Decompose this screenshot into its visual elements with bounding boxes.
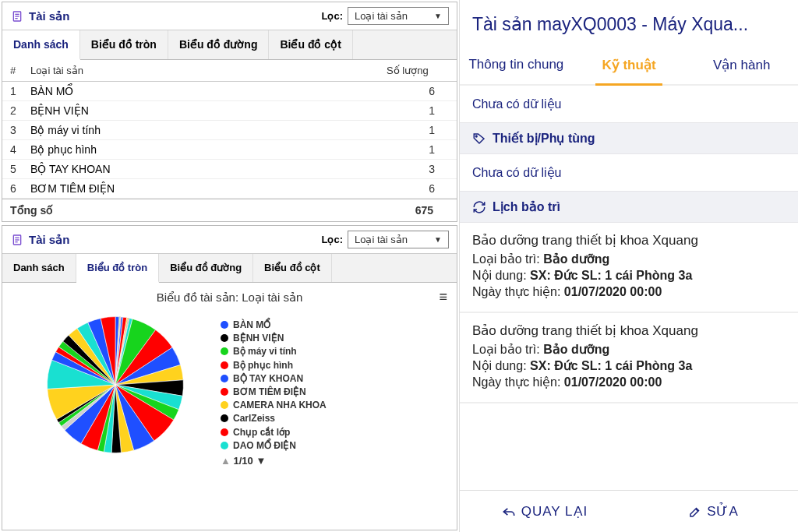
legend-swatch	[221, 375, 228, 382]
legend-swatch	[221, 321, 228, 329]
section-schedule-label: Lịch bảo trì	[493, 199, 560, 214]
maint-type: Loại bảo trì: Bảo dưỡng	[472, 252, 786, 266]
table-row[interactable]: 6BƠM TIÊM ĐIỆN6	[2, 179, 457, 199]
edit-label: SỬA	[707, 503, 739, 520]
tag-icon	[472, 132, 486, 146]
maintenance-list: Bảo dưỡng trang thiết bị khoa XquangLoại…	[460, 223, 798, 403]
pager-prev-icon[interactable]: ▲	[221, 455, 231, 467]
detail-pane: Tài sản mayXQ0003 - Máy Xqua... Thông ti…	[460, 0, 798, 532]
refresh-icon	[472, 200, 486, 214]
maint-date: Ngày thực hiện: 01/07/2020 00:00	[472, 284, 786, 299]
view-tabs: Danh sách Biểu đồ tròn Biểu đồ đường Biể…	[2, 30, 457, 60]
view-tabs: Danh sách Biểu đồ tròn Biểu đồ đường Biể…	[2, 254, 457, 283]
legend-label: Bộ máy vi tính	[233, 345, 297, 358]
filter-dropdown[interactable]: Loại tài sản ▼	[348, 7, 449, 25]
chart-title-row: Biểu đồ tài sản: Loại tài sản ≡	[2, 283, 457, 308]
cell-name: BỆNH VIỆN	[26, 104, 387, 117]
pager-text: 1/10	[234, 455, 253, 467]
tab-pie[interactable]: Biểu đồ tròn	[76, 254, 159, 283]
clipboard-icon	[10, 9, 24, 23]
legend-label: CAMERA NHA KHOA	[233, 399, 327, 411]
tab-general[interactable]: Thông tin chung	[460, 46, 573, 84]
legend-item[interactable]: Chụp cắt lớp	[221, 426, 449, 439]
table-row[interactable]: 3Bộ máy vi tính1	[2, 121, 457, 140]
panel-header: Tài sản Lọc: Loại tài sản ▼	[2, 2, 457, 30]
table-row[interactable]: 2BỆNH VIỆN1	[2, 101, 457, 121]
maint-title: Bảo dưỡng trang thiết bị khoa Xquang	[472, 322, 786, 339]
tab-list[interactable]: Danh sách	[2, 30, 80, 60]
table-row[interactable]: 4Bộ phục hình1	[2, 140, 457, 160]
clipboard-icon	[10, 233, 24, 247]
legend-item[interactable]: BỆNH VIỆN	[221, 332, 449, 344]
detail-header: Tài sản mayXQ0003 - Máy Xqua...	[460, 0, 798, 46]
maint-title: Bảo dưỡng trang thiết bị khoa Xquang	[472, 232, 786, 248]
legend-item[interactable]: BƠM TIÊM ĐIỆN	[221, 386, 449, 398]
legend-item[interactable]: Bộ phục hình	[221, 359, 449, 372]
maintenance-item[interactable]: Bảo dưỡng trang thiết bị khoa XquangLoại…	[460, 223, 798, 313]
tab-bar[interactable]: Biểu đồ cột	[253, 254, 332, 282]
cell-name: BỘ TAY KHOAN	[26, 163, 387, 175]
back-arrow-icon	[501, 504, 517, 520]
legend-item[interactable]: DAO MỔ ĐIỆN	[221, 439, 449, 452]
total-label: Tổng số	[10, 204, 415, 217]
section-schedule[interactable]: Lịch bảo trì	[460, 191, 798, 223]
legend-swatch	[221, 347, 228, 355]
cell-name: BƠM TIÊM ĐIỆN	[26, 182, 387, 195]
cell-index: 6	[2, 182, 26, 195]
legend-label: DAO MỔ ĐIỆN	[233, 439, 296, 452]
cell-index: 1	[2, 85, 26, 97]
legend-item[interactable]: BỘ TAY KHOAN	[221, 372, 449, 385]
filter-label: Lọc:	[322, 234, 344, 245]
legend-label: BỆNH VIỆN	[233, 332, 284, 344]
cell-index: 5	[2, 163, 26, 175]
caret-down-icon: ▼	[434, 12, 442, 20]
section-equipment[interactable]: Thiết bị/Phụ tùng	[460, 122, 798, 154]
legend-swatch	[221, 334, 228, 342]
tab-line[interactable]: Biểu đồ đường	[159, 254, 253, 282]
maint-content: Nội dung: SX: Đức SL: 1 cái Phòng 3a	[472, 358, 786, 373]
cell-name: Bộ phục hình	[26, 143, 387, 156]
filter-dropdown[interactable]: Loại tài sản ▼	[348, 231, 449, 248]
legend-swatch	[221, 388, 228, 396]
panel-title: Tài sản	[29, 233, 322, 247]
legend-swatch	[221, 401, 228, 409]
table-body[interactable]: 1BÀN MỔ62BỆNH VIỆN13Bộ máy vi tính14Bộ p…	[2, 82, 457, 199]
filter-value: Loại tài sản	[355, 10, 408, 22]
table-row[interactable]: 5BỘ TAY KHOAN3	[2, 160, 457, 179]
no-data-text: Chưa có dữ liệu	[460, 86, 798, 122]
tab-line[interactable]: Biểu đồ đường	[168, 30, 270, 59]
tab-bar[interactable]: Biểu đồ cột	[269, 30, 352, 59]
legend-item[interactable]: BÀN MỔ	[221, 319, 449, 331]
detail-title: Tài sản mayXQ0003 - Máy Xqua...	[472, 14, 786, 35]
col-name: Loại tài sản	[26, 65, 387, 76]
tab-technical[interactable]: Kỹ thuật	[573, 46, 686, 84]
cell-index: 4	[2, 143, 26, 156]
tab-pie[interactable]: Biểu đồ tròn	[80, 30, 168, 59]
svg-point-8	[475, 136, 477, 137]
legend-item[interactable]: CarlZeiss	[221, 412, 449, 425]
detail-tabs: Thông tin chung Kỹ thuật Vận hành	[460, 46, 798, 86]
pie-chart	[10, 311, 221, 459]
cell-qty: 1	[387, 104, 457, 117]
back-button[interactable]: QUAY LẠI	[460, 491, 629, 532]
cell-qty: 1	[387, 124, 457, 136]
tab-list[interactable]: Danh sách	[2, 254, 76, 282]
total-value: 675	[415, 204, 449, 217]
cell-qty: 6	[387, 182, 457, 195]
edit-button[interactable]: SỬA	[629, 491, 798, 532]
legend-item[interactable]: CAMERA NHA KHOA	[221, 399, 449, 411]
filter-label: Lọc:	[322, 10, 344, 22]
chart-title: Biểu đồ tài sản: Loại tài sản	[157, 291, 303, 304]
legend-swatch	[221, 361, 228, 369]
maint-content: Nội dung: SX: Đức SL: 1 cái Phòng 3a	[472, 268, 786, 283]
tab-operation[interactable]: Vận hành	[685, 46, 798, 84]
cell-index: 2	[2, 104, 26, 117]
pager-next-icon[interactable]: ▼	[256, 455, 266, 467]
chart-menu-icon[interactable]: ≡	[439, 289, 447, 305]
cell-qty: 6	[387, 85, 457, 97]
legend-swatch	[221, 442, 228, 449]
maintenance-item[interactable]: Bảo dưỡng trang thiết bị khoa XquangLoại…	[460, 313, 798, 403]
table-row[interactable]: 1BÀN MỔ6	[2, 82, 457, 101]
legend-item[interactable]: Bộ máy vi tính	[221, 345, 449, 358]
caret-down-icon: ▼	[434, 235, 442, 244]
